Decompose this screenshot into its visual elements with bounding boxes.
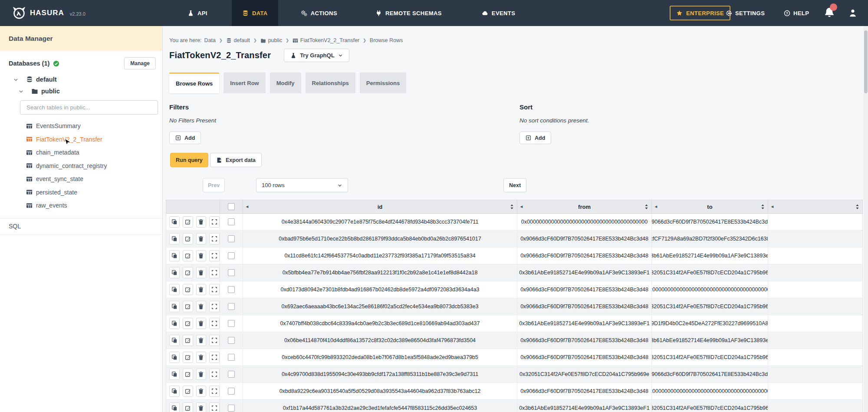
expand-row-button[interactable] <box>209 216 220 227</box>
collapse-column-icon[interactable]: ◂ <box>246 204 248 209</box>
clone-row-button[interactable] <box>169 284 180 295</box>
manage-button[interactable]: Manage <box>124 57 156 69</box>
expand-row-button[interactable] <box>209 352 220 363</box>
column-header-id[interactable]: ◂ id <box>243 200 517 213</box>
cell-id[interactable]: 0xceb60c4470fc99b8933202deda08b1eb7f067d… <box>243 349 517 366</box>
expand-row-button[interactable] <box>209 233 220 244</box>
expand-row-button[interactable] <box>209 369 220 380</box>
nav-item-actions[interactable]: ACTIONS <box>290 0 348 26</box>
user-menu-button[interactable] <box>848 8 858 18</box>
delete-row-button[interactable] <box>196 386 207 397</box>
cell-to[interactable]: 0x32051C314f2AFe0E57f8D7cECD204a1C795b96… <box>651 264 768 281</box>
tab-insert-row[interactable]: Insert Row <box>224 73 265 93</box>
cell-from[interactable]: 0x9066d3cF60D9f7B705026417E8E533b424Bc3d… <box>517 247 651 264</box>
edit-row-button[interactable] <box>183 301 193 312</box>
breadcrumb-item[interactable]: Browse Rows <box>370 37 403 43</box>
add-sort-button[interactable]: Add <box>519 132 551 144</box>
cell-to[interactable]: 0xfCF7129A8a69a2BD7f2f300eFc352342D6c163… <box>651 231 768 247</box>
tab-modify[interactable]: Modify <box>270 73 301 93</box>
delete-row-button[interactable] <box>196 216 207 227</box>
delete-row-button[interactable] <box>196 352 207 363</box>
settings-button[interactable]: SETTINGS <box>726 0 765 26</box>
delete-row-button[interactable] <box>196 335 207 346</box>
cell-id[interactable]: 0x4c99700d838d1955094c30e493bb9cfdf172a1… <box>243 366 517 382</box>
delete-row-button[interactable] <box>196 318 207 329</box>
collapse-column-icon[interactable]: ◂ <box>655 204 657 209</box>
collapse-column-icon[interactable]: ◂ <box>771 204 773 209</box>
edit-row-button[interactable] <box>183 386 193 397</box>
cell-from[interactable]: 0x3b61AbEe91852714E4e99b09a1AF3e9C13893e… <box>517 400 651 412</box>
clone-row-button[interactable] <box>169 267 180 278</box>
sidebar-table-item-chain_metadata[interactable]: chain_metadata <box>0 146 162 159</box>
sidebar-item-sql[interactable]: SQL <box>0 218 162 235</box>
vertical-scrollbar[interactable] <box>864 26 868 412</box>
cell-id[interactable]: 0x5bfbb4ea77e7b914bb4ae756fbf28aa912213f… <box>243 264 517 281</box>
run-query-button[interactable]: Run query <box>170 153 208 167</box>
breadcrumb-item[interactable]: FiatTokenV2_2_Transfer <box>293 37 359 43</box>
cell-from[interactable]: 0x9066d3cF60D9f7B705026417E8E533b424Bc3d… <box>517 231 651 247</box>
scrollbar-thumb[interactable] <box>864 30 868 93</box>
sidebar-table-item-persisted_state[interactable]: persisted_state <box>0 186 162 199</box>
tree-node-database[interactable]: default <box>13 76 162 83</box>
tab-relationships[interactable]: Relationships <box>306 73 355 93</box>
row-checkbox[interactable] <box>228 303 235 310</box>
clone-row-button[interactable] <box>169 352 180 363</box>
clone-row-button[interactable] <box>169 335 180 346</box>
cell-from[interactable]: 0x9066d3cF60D9f7B705026417E8E533b424Bc3d… <box>517 349 651 366</box>
try-graphql-button[interactable]: Try GraphQL <box>284 49 349 62</box>
edit-row-button[interactable] <box>183 352 193 363</box>
clone-row-button[interactable] <box>169 301 180 312</box>
clone-row-button[interactable] <box>169 250 180 261</box>
cell-id[interactable]: 0x11cd8e61fc142f664537754c0adbd11e237732… <box>243 247 517 264</box>
edit-row-button[interactable] <box>183 369 193 380</box>
edit-row-button[interactable] <box>183 216 193 227</box>
enterprise-button[interactable]: ENTERPRISE <box>670 6 730 20</box>
row-checkbox[interactable] <box>228 337 235 344</box>
expand-row-button[interactable] <box>209 267 220 278</box>
edit-row-button[interactable] <box>183 233 193 244</box>
row-checkbox[interactable] <box>228 371 235 378</box>
cell-to[interactable]: 0x9066d3cF60D9f7B705026417E8E533b424Bc3d… <box>651 366 768 382</box>
cell-id[interactable]: 0x7407bff4b038cdbc64c8339a4cb0ae9b2c3b3e… <box>243 315 517 332</box>
sidebar-table-item-FiatTokenV2_2_Transfer[interactable]: FiatTokenV2_2_Transfer <box>0 133 162 146</box>
nav-item-api[interactable]: API <box>177 0 218 26</box>
export-data-button[interactable]: Export data <box>210 153 262 167</box>
nav-item-events[interactable]: EVENTS <box>471 0 526 26</box>
delete-row-button[interactable] <box>196 369 207 380</box>
next-page-button[interactable]: Next <box>503 178 526 192</box>
table-search-input[interactable] <box>26 104 149 111</box>
expand-row-button[interactable] <box>209 301 220 312</box>
cell-from[interactable]: 0x00000000000000000000000000000000000000… <box>517 214 651 230</box>
tree-schema-label[interactable]: public <box>41 88 60 95</box>
row-checkbox[interactable] <box>228 235 235 242</box>
cell-to[interactable]: 0x32051C314f2AFe0E57f8D7cECD204a1C795b96… <box>651 298 768 315</box>
edit-row-button[interactable] <box>183 318 193 329</box>
cell-to[interactable]: 0x3b61AbEe91852714E4e99b09a1AF3e9C13893e… <box>651 247 768 264</box>
clone-row-button[interactable] <box>169 216 180 227</box>
clone-row-button[interactable] <box>169 369 180 380</box>
sort-icon[interactable] <box>644 204 648 210</box>
cell-from[interactable]: 0x9066d3cF60D9f7B705026417E8E533b424Bc3d… <box>517 383 651 399</box>
row-checkbox[interactable] <box>228 354 235 361</box>
clone-row-button[interactable] <box>169 386 180 397</box>
breadcrumb-item[interactable]: Data <box>204 37 216 43</box>
add-filter-button[interactable]: Add <box>169 132 201 144</box>
cell-id[interactable]: 0x692aec6aeaaab43bc6e134ac25e86186f02a5c… <box>243 298 517 315</box>
cell-to[interactable]: 0x3b61AbEe91852714E4e99b09a1AF3e9C13893e… <box>651 332 768 349</box>
cell-to[interactable]: 0x32051C314f2AFe0E57f8D7cECD204a1C795b96… <box>651 400 768 412</box>
nav-item-remote-schemas[interactable]: REMOTE SCHEMAS <box>365 0 452 26</box>
tab-browse-rows[interactable]: Browse Rows <box>169 73 219 93</box>
clone-row-button[interactable] <box>169 233 180 244</box>
sort-icon[interactable] <box>761 204 765 210</box>
cell-id[interactable]: 0xbad975b6e5d1710ece22b5b8bd2861879f93dd… <box>243 231 517 247</box>
nav-item-data[interactable]: DATA <box>232 0 278 26</box>
chevron-down-icon[interactable] <box>13 77 19 82</box>
edit-row-button[interactable] <box>183 250 193 261</box>
tree-node-schema[interactable]: public <box>18 88 162 95</box>
row-checkbox[interactable] <box>228 388 235 395</box>
expand-row-button[interactable] <box>209 250 220 261</box>
delete-row-button[interactable] <box>196 284 207 295</box>
edit-row-button[interactable] <box>183 284 193 295</box>
cell-from[interactable]: 0x3b61AbEe91852714E4e99b09a1AF3e9C13893e… <box>517 264 651 281</box>
cell-from[interactable]: 0x9066d3cF60D9f7B705026417E8E533b424Bc3d… <box>517 281 651 298</box>
